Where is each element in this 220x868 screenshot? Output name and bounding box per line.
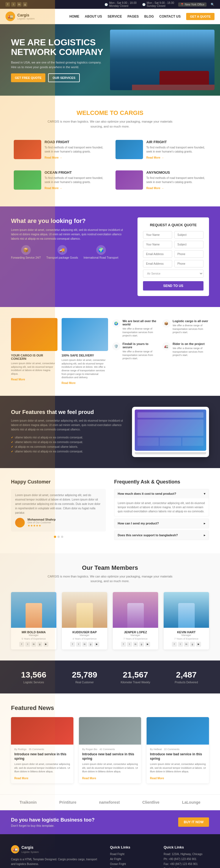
anon-title: ANYNOMOUS xyxy=(146,170,206,175)
clock2-icon: 🕐 xyxy=(142,3,146,6)
hero-quote-button[interactable]: GET FREE QUOTE xyxy=(11,73,45,82)
phone-input-2[interactable] xyxy=(175,260,203,268)
footer-ql1-link-0[interactable]: Road Fright xyxy=(110,852,124,856)
safe-read-more[interactable]: Read More xyxy=(62,381,75,384)
hero-buttons: GET FREE QUOTE OUR SERVICES xyxy=(11,73,107,82)
nav-contact[interactable]: CONTACT US xyxy=(159,14,181,19)
news-read-more-2[interactable]: Read More xyxy=(150,777,164,780)
footer-ql1-link-2[interactable]: Ocean Fright xyxy=(110,863,126,866)
subject-input-2[interactable] xyxy=(175,241,203,248)
team-social-1: f t in g ▶ xyxy=(65,642,104,647)
service-air: AIR FRIGHT To find methods of road trans… xyxy=(113,137,209,162)
faq-question-1[interactable]: How can I send my product? ▸ xyxy=(115,519,209,528)
hero-title: WE ARE LOGISTICS NETWORK COMPANY xyxy=(11,38,107,57)
news-content-1: By Rogan Bio 42 Comments Introduce new b… xyxy=(79,745,142,783)
quote-feature-2: 🌍 International Road Transport xyxy=(84,245,119,259)
team-tw-icon-3[interactable]: t xyxy=(178,642,183,647)
email-input-2[interactable] xyxy=(143,260,172,268)
location-icon: 📍 xyxy=(180,3,184,6)
laptop-screen xyxy=(135,409,206,451)
team-member-3: KEVIN HART Manager 7 Years of Experience… xyxy=(164,592,209,650)
laptop-base xyxy=(135,452,206,454)
news-author-2: By HeBeat xyxy=(150,748,162,751)
nav-blog[interactable]: BLOG xyxy=(145,14,154,19)
rider-content: Rider is on the project We offer a diver… xyxy=(173,342,209,359)
air-read-more[interactable]: Read More → xyxy=(146,156,164,159)
dot-2[interactable] xyxy=(61,536,63,538)
nav-about[interactable]: ABOUT US xyxy=(85,14,102,19)
hero-services-button[interactable]: OUR SERVICES xyxy=(48,73,80,82)
stat-label-3: Products Delivered xyxy=(164,681,209,684)
anon-read-more[interactable]: Read More → xyxy=(146,187,164,190)
team-member-2: JENPER LOPEZ Manager 7 Years of Experien… xyxy=(113,592,158,650)
news-img-1 xyxy=(79,717,142,745)
team-name-2: JENPER LOPEZ xyxy=(116,630,155,634)
location-badge: 📍 New York Office xyxy=(178,2,207,7)
feature-logistic: 📦 Logistic cargo is all over We offer a … xyxy=(162,319,209,339)
email-input[interactable] xyxy=(143,250,172,258)
international-icon: 🌍 xyxy=(96,245,106,255)
footer-ql1-link-1[interactable]: Air Fright xyxy=(110,858,121,861)
phone-input[interactable] xyxy=(175,250,203,258)
feature-best: 🌍 We are best all over the world We offe… xyxy=(112,319,159,339)
screen-card-1 xyxy=(137,438,159,446)
team-tw-icon-1[interactable]: t xyxy=(76,642,81,647)
schedule-info: 🕐 Mon - Sat 9.00 - 18.00 Monday Closed 🕐… xyxy=(104,1,174,7)
news-read-more-1[interactable]: Read More xyxy=(82,777,96,780)
nav-home[interactable]: HOME xyxy=(69,14,79,19)
box-icon: 📦 xyxy=(162,319,170,328)
findall-content: Findall is yours to secure We offer a di… xyxy=(123,342,159,362)
proud-right xyxy=(132,407,209,457)
chevron-down-icon: ▾ xyxy=(204,492,206,496)
search-icon[interactable]: 🔍 xyxy=(211,3,215,6)
safe-title: 100% SAFE DELIVERY xyxy=(62,354,108,357)
get-quote-button[interactable]: GET A QUOTE xyxy=(186,13,215,20)
footer-ql1-list: Road Fright Air Fright Ocean Fright Forw… xyxy=(110,852,155,868)
faq-q-1-text: How can I send my product? xyxy=(118,522,159,525)
dot-1[interactable] xyxy=(58,536,60,538)
plane-image xyxy=(62,318,108,351)
team-gp-icon-2[interactable]: g xyxy=(139,642,144,647)
team-tw-icon-2[interactable]: t xyxy=(127,642,132,647)
news-author-1: By Rogan Bio xyxy=(82,748,97,751)
team-yt-icon-1[interactable]: ▶ xyxy=(94,642,99,647)
team-fb-icon-2[interactable]: f xyxy=(121,642,126,647)
air-image xyxy=(116,140,143,159)
team-fb-icon-3[interactable]: f xyxy=(172,642,177,647)
international-label: International Road Transport xyxy=(84,256,119,259)
team-name-3: KEVIN HART xyxy=(166,630,206,634)
stat-number-1: 25,789 xyxy=(62,670,107,679)
quote-submit-button[interactable]: SEND TO US xyxy=(143,281,203,290)
team-img-3 xyxy=(164,592,209,628)
team-name-1: KUDDUSER BAP xyxy=(65,630,104,634)
team-gp-icon-3[interactable]: g xyxy=(190,642,195,647)
your-name-input[interactable] xyxy=(143,231,172,239)
your-name-input-2[interactable] xyxy=(143,241,172,248)
top-bar-right: 🕐 Mon - Sat 9.00 - 18.00 Monday Closed 🕐… xyxy=(104,1,215,7)
subject-input[interactable] xyxy=(175,231,203,239)
footer-ql2-item-1: Ph: +80 (847) 123 456 901 xyxy=(164,858,196,861)
service-select[interactable]: Air Service Road Service Ocean Service xyxy=(143,270,203,278)
team-li-icon-3[interactable]: in xyxy=(184,642,189,647)
team-gp-icon-1[interactable]: g xyxy=(88,642,93,647)
stat-number-3: 2,487 xyxy=(164,670,209,679)
best-title: We are best all over the world xyxy=(123,319,159,326)
nav-service[interactable]: SERVICE xyxy=(107,14,122,19)
faq-question-0[interactable]: How much does it cost to send product? ▾ xyxy=(115,489,209,498)
team-social-3: f t in g ▶ xyxy=(166,642,206,647)
faq-question-2[interactable]: Does this service support to bangladesh?… xyxy=(115,531,209,540)
feature-findall: 🛡️ Findall is yours to secure We offer a… xyxy=(112,342,159,362)
team-li-icon-2[interactable]: in xyxy=(133,642,138,647)
team-li-icon-1[interactable]: in xyxy=(82,642,87,647)
nav-pages[interactable]: PAGES xyxy=(127,14,138,19)
team-yt-icon-2[interactable]: ▶ xyxy=(145,642,150,647)
footer-ql2-list: Road: 123/A, Highway, Chicago Ph: +80 (8… xyxy=(164,852,209,868)
faq-section: Frequently Ask & Questions How much does… xyxy=(114,479,209,542)
shield-icon: 🛡️ xyxy=(112,342,121,350)
team-yt-icon-3[interactable]: ▶ xyxy=(196,642,201,647)
team-fb-icon-1[interactable]: f xyxy=(70,642,75,647)
team-exp-3: 7 Years of Experience xyxy=(166,638,206,640)
cta-button[interactable]: BUY IT NOW xyxy=(178,817,209,827)
schedule-2-text: Mon - Sat 9.00 - 18.00 Sunday Closed xyxy=(147,1,175,7)
team-info-3: KEVIN HART Manager 7 Years of Experience… xyxy=(164,628,209,650)
